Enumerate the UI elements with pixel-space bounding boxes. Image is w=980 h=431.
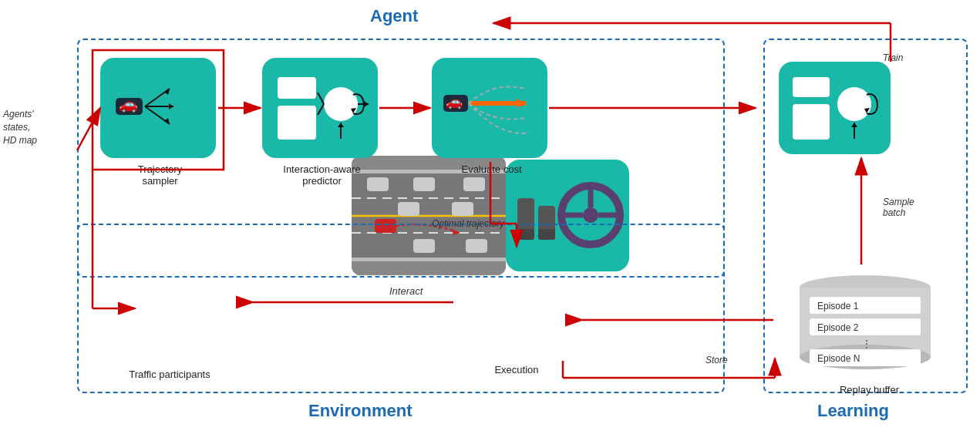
svg-rect-50 [793,121,830,140]
svg-text:Episode N: Episode N [817,353,860,364]
svg-text:Episode 2: Episode 2 [817,322,859,333]
learning-predictor-module [779,62,891,154]
svg-line-2 [145,89,170,106]
predictor-module [262,58,378,158]
agent-label: Agent [370,6,418,26]
svg-text:🚗: 🚗 [446,93,463,110]
store-label: Store [706,355,728,365]
svg-line-13 [318,104,324,115]
svg-point-51 [837,87,871,121]
trajectory-sampler-icon: 🚗 [108,66,208,150]
svg-text:Episode 1: Episode 1 [817,301,859,311]
learning-predictor-icon [785,66,885,150]
replay-buffer-container: Episode 1 Episode 2 ⋮ Episode N [775,266,956,382]
environment-dashed-box [77,224,725,393]
execution-label: Execution [455,364,578,375]
learning-label: Learning [817,401,889,421]
trajectory-sampler-label: Trajectorysampler [100,163,220,187]
svg-line-6 [145,106,170,124]
agents-states-label: Agents'states,HD map [3,108,37,146]
svg-marker-22 [517,99,526,108]
svg-rect-48 [793,77,830,97]
interact-label: Interact [389,285,423,297]
svg-rect-8 [278,77,316,99]
svg-rect-10 [278,121,316,140]
trajectory-sampler-module: 🚗 [100,58,216,158]
replay-buffer-icon: Episode 1 Episode 2 ⋮ Episode N [775,266,956,382]
environment-label: Environment [308,401,412,421]
svg-marker-54 [851,123,857,127]
evaluate-cost-icon: 🚗 [439,66,540,150]
predictor-label: Interaction-awarepredictor [262,163,382,187]
svg-marker-16 [364,101,369,107]
main-diagram: Agent Environment Learning Agents'states… [0,0,980,431]
sample-batch-label: Samplebatch [883,197,914,218]
replay-buffer-label: Replay buffer [813,384,925,396]
svg-point-11 [324,87,358,121]
optimal-trajectory-label: Optimal trajectory [432,218,504,229]
traffic-participants-label: Traffic participants [93,369,247,380]
evaluate-cost-label: Evaluate cost [432,163,551,175]
svg-line-12 [318,93,324,104]
svg-text:⋮: ⋮ [861,338,872,350]
svg-marker-18 [338,123,344,127]
train-label: Train [883,52,903,63]
evaluate-cost-module: 🚗 [432,58,547,158]
svg-marker-5 [169,103,173,109]
svg-text:🚗: 🚗 [119,95,138,113]
predictor-icon [270,66,370,150]
